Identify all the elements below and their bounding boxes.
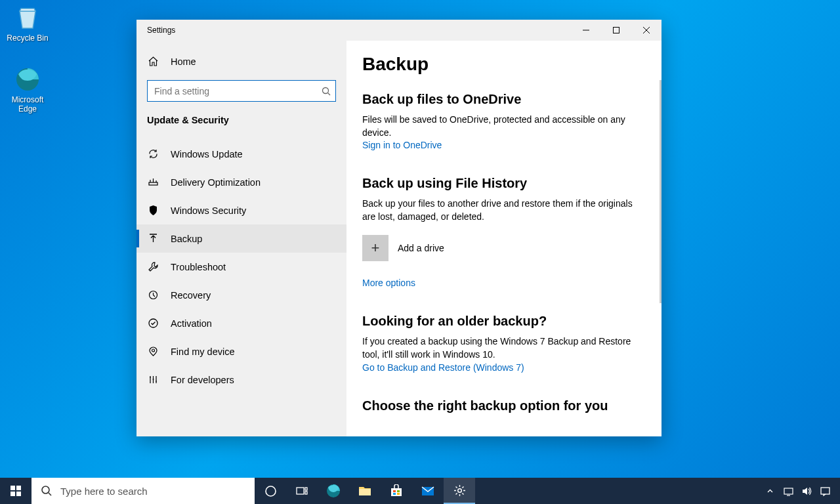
- shield-icon: [147, 205, 159, 216]
- close-button[interactable]: [631, 20, 662, 41]
- search-icon: [322, 87, 331, 96]
- edge-icon: [14, 66, 41, 93]
- add-drive-label: Add a drive: [398, 243, 444, 253]
- nav-recovery[interactable]: Recovery: [136, 281, 346, 309]
- scrollbar[interactable]: [660, 80, 662, 303]
- nav-label: Recovery: [171, 290, 211, 301]
- nav-backup[interactable]: Backup: [136, 224, 346, 253]
- nav-windows-security[interactable]: Windows Security: [136, 196, 346, 224]
- svg-rect-2: [614, 28, 620, 33]
- nav-label: Delivery Optimization: [171, 177, 261, 188]
- taskbar-explorer[interactable]: [349, 478, 381, 504]
- sidebar-category: Update & Security: [136, 115, 346, 140]
- svg-rect-23: [391, 488, 402, 496]
- taskbar-mail[interactable]: [412, 478, 444, 504]
- nav-troubleshoot[interactable]: Troubleshoot: [136, 253, 346, 281]
- nav-for-developers[interactable]: For developers: [136, 366, 346, 394]
- svg-point-10: [152, 349, 154, 352]
- svg-rect-20: [305, 492, 307, 494]
- home-button[interactable]: Home: [136, 49, 346, 74]
- titlebar[interactable]: Settings: [136, 20, 662, 41]
- plus-icon: +: [362, 235, 388, 261]
- add-drive-button[interactable]: + Add a drive: [362, 235, 646, 261]
- svg-rect-26: [393, 493, 396, 495]
- nav-label: Backup: [171, 234, 202, 244]
- section-file-history: Back up using File History Back up your …: [362, 176, 646, 289]
- section-heading: Back up using File History: [362, 176, 646, 191]
- home-icon: [147, 56, 159, 67]
- svg-rect-18: [297, 488, 304, 494]
- maximize-button[interactable]: [601, 20, 631, 41]
- taskbar-store[interactable]: [381, 478, 412, 504]
- desktop-icon-label: Recycle Bin: [3, 33, 52, 43]
- nav-delivery-optimization[interactable]: Delivery Optimization: [136, 168, 346, 196]
- wrench-icon: [147, 261, 159, 272]
- desktop-icon-recycle-bin[interactable]: Recycle Bin: [3, 4, 52, 43]
- svg-rect-14: [16, 492, 21, 496]
- window-title: Settings: [136, 26, 571, 35]
- system-tray: [763, 478, 840, 504]
- tray-chevron-icon[interactable]: [763, 478, 777, 504]
- section-heading: Back up files to OneDrive: [362, 92, 646, 107]
- svg-point-15: [42, 486, 49, 494]
- taskbar-edge[interactable]: [318, 478, 349, 504]
- check-icon: [147, 318, 159, 329]
- taskbar: Type here to search: [0, 478, 840, 504]
- nav-label: Windows Security: [171, 205, 246, 216]
- section-older-backup: Looking for an older backup? If you crea…: [362, 314, 646, 373]
- page-title: Backup: [362, 54, 646, 75]
- section-onedrive: Back up files to OneDrive Files will be …: [362, 92, 646, 151]
- start-button[interactable]: [0, 478, 32, 504]
- task-view-button[interactable]: [286, 478, 318, 504]
- section-desc: Back up your files to another drive and …: [362, 198, 646, 223]
- recovery-icon: [147, 289, 159, 301]
- desktop-icon-edge[interactable]: Microsoft Edge: [3, 66, 52, 114]
- svg-point-9: [149, 319, 158, 327]
- svg-rect-31: [821, 488, 830, 494]
- svg-rect-30: [784, 488, 793, 494]
- svg-rect-13: [10, 492, 15, 496]
- nav-label: Troubleshoot: [171, 262, 226, 272]
- delivery-icon: [147, 177, 159, 188]
- sidebar: Home Update & Security Windows Update De…: [136, 41, 346, 436]
- search-field[interactable]: [147, 80, 336, 102]
- svg-rect-27: [397, 493, 400, 495]
- svg-rect-12: [16, 486, 21, 490]
- taskbar-settings[interactable]: [444, 478, 475, 504]
- more-options-link[interactable]: More options: [362, 278, 415, 288]
- section-desc: Files will be saved to OneDrive, protect…: [362, 114, 646, 139]
- tray-volume-icon[interactable]: [799, 478, 814, 504]
- nav-activation[interactable]: Activation: [136, 309, 346, 337]
- svg-rect-24: [393, 490, 396, 492]
- cortana-button[interactable]: [255, 478, 286, 504]
- sign-in-onedrive-link[interactable]: Sign in to OneDrive: [362, 140, 442, 150]
- tray-network-icon[interactable]: [781, 478, 795, 504]
- backup-icon: [147, 233, 159, 244]
- taskbar-search[interactable]: Type here to search: [32, 478, 255, 504]
- developers-icon: [147, 374, 159, 385]
- minimize-button[interactable]: [571, 20, 601, 41]
- nav-find-my-device[interactable]: Find my device: [136, 337, 346, 366]
- nav-list: Windows Update Delivery Optimization Win…: [136, 140, 346, 394]
- settings-window: Settings Home Update & Security Windows …: [136, 20, 662, 436]
- section-heading: Looking for an older backup?: [362, 314, 646, 329]
- svg-point-29: [457, 488, 461, 492]
- search-input[interactable]: [147, 80, 336, 102]
- taskbar-search-placeholder: Type here to search: [60, 486, 148, 497]
- location-icon: [147, 346, 159, 357]
- section-desc: If you created a backup using the Window…: [362, 335, 646, 361]
- sync-icon: [147, 148, 159, 159]
- nav-windows-update[interactable]: Windows Update: [136, 140, 346, 168]
- tray-action-center-icon[interactable]: [818, 478, 832, 504]
- backup-restore-link[interactable]: Go to Backup and Restore (Windows 7): [362, 362, 524, 373]
- nav-label: Find my device: [171, 346, 235, 357]
- nav-label: Windows Update: [171, 149, 243, 159]
- svg-line-6: [328, 93, 331, 95]
- section-heading: Choose the right backup option for you: [362, 398, 646, 413]
- section-choose: Choose the right backup option for you: [362, 398, 646, 413]
- svg-rect-11: [10, 486, 15, 490]
- nav-label: Activation: [171, 318, 212, 329]
- svg-point-5: [323, 87, 329, 93]
- svg-line-16: [49, 493, 51, 495]
- content-pane: Backup Back up files to OneDrive Files w…: [346, 41, 662, 436]
